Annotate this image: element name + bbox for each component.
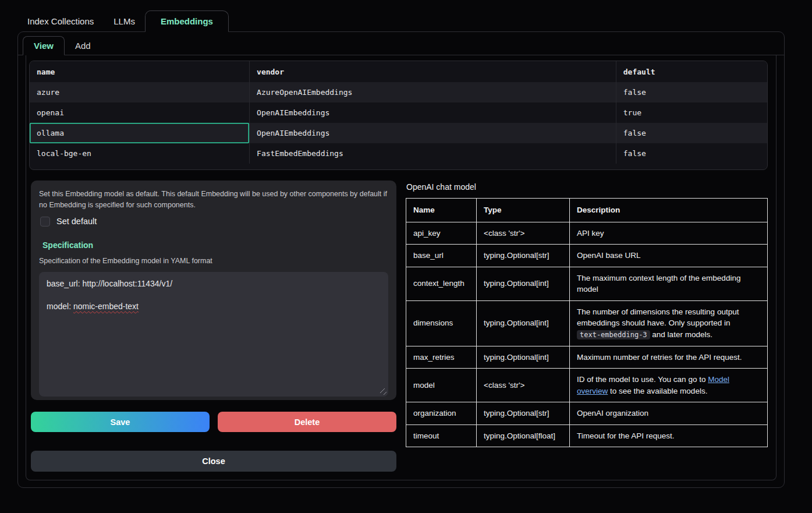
yaml-line-2-value: nomic-embed-text: [73, 302, 139, 311]
param-description: API key: [570, 222, 768, 245]
description-text: The number of dimensions the resulting o…: [577, 307, 739, 328]
top-tab-bar: Index Collections LLMs Embeddings: [17, 10, 785, 31]
param-name: base_url: [406, 245, 477, 267]
docs-row: max_retries typing.Optional[int] Maximum…: [406, 346, 768, 369]
cell-vendor[interactable]: OpenAIEmbeddings: [250, 123, 616, 143]
column-header-vendor: vendor: [250, 61, 616, 82]
table-row[interactable]: local-bge-en FastEmbedEmbeddings false: [30, 143, 767, 164]
param-description: Maximum number of retries for the API re…: [570, 346, 768, 369]
docs-row: dimensions typing.Optional[int] The numb…: [406, 300, 768, 346]
param-type: typing.Optional[float]: [477, 424, 570, 447]
subtab-bar: View Add: [18, 32, 784, 55]
specification-note: Specification of the Embedding model in …: [39, 257, 388, 265]
specification-heading: Specification: [42, 240, 388, 250]
param-type: <class 'str'>: [477, 369, 570, 402]
cell-name[interactable]: azure: [30, 82, 250, 102]
cell-vendor[interactable]: FastEmbedEmbeddings: [250, 143, 616, 164]
edit-column: Set this Embedding model as default. Thi…: [31, 181, 396, 472]
docs-column: OpenAI chat model Name Type Description …: [406, 181, 768, 472]
description-text: ID of the model to use. You can go to: [577, 375, 708, 384]
code-chip: text-embedding-3: [577, 330, 650, 339]
cell-vendor[interactable]: OpenAIEmbeddings: [250, 102, 616, 123]
tab-embeddings[interactable]: Embeddings: [145, 10, 229, 32]
table-row[interactable]: azure AzureOpenAIEmbeddings false: [30, 82, 767, 102]
delete-button[interactable]: Delete: [218, 412, 396, 432]
close-button[interactable]: Close: [31, 451, 396, 472]
param-description: OpenAI organization: [570, 402, 768, 425]
param-name: model: [406, 369, 477, 402]
docs-header-description: Description: [570, 199, 768, 222]
embeddings-panel: View Add name vendor default azure Azure…: [17, 31, 785, 488]
embeddings-table-wrapper: name vendor default azure AzureOpenAIEmb…: [29, 61, 768, 170]
set-default-checkbox[interactable]: [40, 217, 50, 227]
param-type: typing.Optional[str]: [477, 402, 570, 425]
docs-row: context_length typing.Optional[int] The …: [406, 267, 768, 300]
description-text: to see the available models.: [608, 387, 707, 395]
param-description: Timeout for the API request.: [570, 424, 768, 447]
docs-header-type: Type: [477, 199, 570, 222]
tab-llms[interactable]: LLMs: [104, 11, 145, 31]
table-row[interactable]: openai OpenAIEmbeddings true: [30, 102, 767, 123]
docs-row: timeout typing.Optional[float] Timeout f…: [406, 424, 768, 447]
tab-index-collections[interactable]: Index Collections: [17, 11, 104, 31]
param-name: organization: [406, 402, 477, 425]
column-header-default: default: [616, 61, 767, 82]
yaml-spec-textarea[interactable]: base_url: http://localhost:11434/v1/ mod…: [39, 272, 388, 397]
set-default-label: Set default: [56, 217, 97, 226]
cell-default[interactable]: false: [616, 123, 767, 143]
subtab-add[interactable]: Add: [65, 37, 101, 55]
docs-header-name: Name: [406, 199, 477, 222]
column-header-name: name: [30, 61, 250, 82]
docs-table: Name Type Description api_key <class 'st…: [406, 198, 768, 447]
param-name: dimensions: [406, 300, 477, 346]
save-button[interactable]: Save: [31, 412, 210, 432]
cell-name[interactable]: openai: [30, 102, 250, 123]
param-description: OpenAI base URL: [570, 245, 768, 267]
param-type: typing.Optional[int]: [477, 300, 570, 346]
set-default-row[interactable]: Set default: [40, 217, 387, 227]
settings-panel: Set this Embedding model as default. Thi…: [31, 181, 396, 400]
docs-row: base_url typing.Optional[str] OpenAI bas…: [406, 245, 768, 267]
docs-row: model <class 'str'> ID of the model to u…: [406, 369, 768, 402]
param-type: typing.Optional[int]: [477, 267, 570, 300]
embeddings-table: name vendor default azure AzureOpenAIEmb…: [30, 61, 767, 164]
view-tab-content: name vendor default azure AzureOpenAIEmb…: [26, 55, 776, 480]
param-name: max_retries: [406, 346, 477, 369]
description-text: and later models.: [650, 330, 712, 339]
param-type: <class 'str'>: [477, 222, 570, 245]
param-name: timeout: [406, 424, 477, 447]
param-description: ID of the model to use. You can go to Mo…: [570, 369, 768, 402]
cell-default[interactable]: false: [616, 143, 767, 164]
textarea-resize-handle[interactable]: [380, 388, 387, 395]
param-name: api_key: [406, 222, 477, 245]
docs-header-row: Name Type Description: [406, 199, 768, 222]
cell-default[interactable]: false: [616, 82, 767, 102]
yaml-line-2-prefix: model:: [47, 302, 73, 311]
docs-row: organization typing.Optional[str] OpenAI…: [406, 402, 768, 425]
table-header-row: name vendor default: [30, 61, 767, 82]
default-description: Set this Embedding model as default. Thi…: [39, 189, 388, 211]
param-type: typing.Optional[int]: [477, 346, 570, 369]
cell-name[interactable]: local-bge-en: [30, 143, 250, 164]
yaml-line-1: base_url: http://localhost:11434/v1/: [47, 279, 172, 288]
cell-name[interactable]: ollama: [30, 123, 250, 143]
param-description: The maximum context length of the embedd…: [570, 267, 768, 300]
docs-title: OpenAI chat model: [406, 182, 768, 192]
param-name: context_length: [406, 267, 477, 300]
param-type: typing.Optional[str]: [477, 245, 570, 267]
docs-row: api_key <class 'str'> API key: [406, 222, 768, 245]
param-description: The number of dimensions the resulting o…: [570, 300, 768, 346]
cell-vendor[interactable]: AzureOpenAIEmbeddings: [250, 82, 616, 102]
subtab-view[interactable]: View: [23, 36, 65, 55]
table-row-selected[interactable]: ollama OpenAIEmbeddings false: [30, 123, 767, 143]
cell-default[interactable]: true: [616, 102, 767, 123]
